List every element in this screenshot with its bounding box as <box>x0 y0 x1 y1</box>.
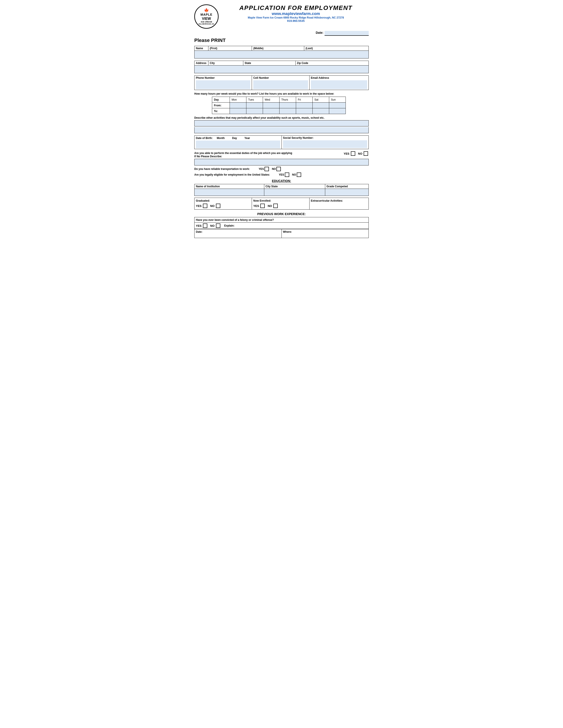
day-col-header: Day <box>212 97 230 103</box>
to-thurs-input[interactable] <box>279 108 296 114</box>
enrolled-yes-checkbox[interactable] <box>260 204 265 208</box>
dob-label: Date of Birth: <box>196 137 212 140</box>
grad-no-checkbox[interactable] <box>216 204 220 208</box>
transport-yes-checkbox[interactable] <box>264 167 269 171</box>
education-title: EDUCATION: <box>194 179 369 183</box>
enrolled-no-label: NO <box>267 204 272 208</box>
address-label: Address <box>194 61 208 66</box>
to-sat-input[interactable] <box>313 108 329 114</box>
from-thurs-input[interactable] <box>279 103 296 108</box>
felony-question: Have you ever been convicted of a felony… <box>196 218 274 221</box>
phone-input[interactable] <box>196 80 250 89</box>
legal-row: Are you legally eligible for employment … <box>194 173 369 177</box>
from-mon-input[interactable] <box>230 103 246 108</box>
logo-circle: 🍁 MAPLE VIEW ICE CREAM HILLSBOROUGH, NC <box>194 4 218 29</box>
grad-yes-checkbox[interactable] <box>203 204 207 208</box>
prev-work-title: PREVIOUS WORK EXPERIENCE: <box>194 212 369 216</box>
contact-table: Phone Number Cell Number Email Address <box>194 75 369 90</box>
to-fri-input[interactable] <box>296 108 313 114</box>
ssn-input[interactable] <box>283 140 368 148</box>
edu-grade-input[interactable] <box>325 189 369 196</box>
email-input[interactable] <box>311 80 367 89</box>
hours-question: How many hours per week would you like t… <box>194 92 369 95</box>
essential-yes-checkbox[interactable] <box>351 151 355 156</box>
felony-no-checkbox[interactable] <box>216 223 220 228</box>
please-print: Please PRINT <box>194 38 369 43</box>
phone-line: 919.960.5535 <box>223 19 369 23</box>
essential-question: Are you able to perform the essential du… <box>194 152 292 155</box>
essential-no-checkbox[interactable] <box>364 151 368 156</box>
transport-no-checkbox[interactable] <box>276 167 281 171</box>
maple-leaf-icon: 🍁 <box>204 8 209 13</box>
from-wed-input[interactable] <box>263 103 279 108</box>
thurs-header: Thurs <box>279 97 296 103</box>
cell-input[interactable] <box>253 80 308 89</box>
transport-yes-label: YES <box>258 167 264 171</box>
graduated-label: Graduated: <box>196 199 250 202</box>
grad-table: Graduated: YES NO Now Enrolled: YES NO E… <box>194 198 369 210</box>
date-input[interactable] <box>325 31 369 36</box>
header-section: 🍁 MAPLE VIEW ICE CREAM HILLSBOROUGH, NC … <box>194 4 369 29</box>
date-row: Date: <box>194 31 369 36</box>
graduated-yes-no: YES NO <box>196 204 250 208</box>
address-line: Maple View Farm Ice Cream 6900 Rocky Rid… <box>223 16 369 19</box>
essential-yes-label: YES <box>344 152 349 155</box>
dob-input[interactable] <box>196 141 280 148</box>
city-label: City <box>208 61 243 66</box>
ssn-cell: Social Security Number: <box>282 136 369 149</box>
enrolled-no-checkbox[interactable] <box>273 204 278 208</box>
transport-question: Do you have reliable transportation to w… <box>194 167 250 171</box>
felony-yes-checkbox[interactable] <box>203 223 207 228</box>
grad-no-label: NO <box>210 204 214 208</box>
essential-desc-field[interactable] <box>194 159 369 165</box>
legal-yes-label: YES <box>279 173 284 176</box>
from-fri-input[interactable] <box>296 103 313 108</box>
to-mon-input[interactable] <box>230 108 246 114</box>
logo-ice: ICE CREAM <box>201 21 212 23</box>
to-wed-input[interactable] <box>263 108 279 114</box>
edu-institution-input[interactable] <box>194 189 264 196</box>
from-tues-input[interactable] <box>246 103 263 108</box>
legal-no-label: NO <box>292 173 296 176</box>
name-input-row[interactable] <box>194 51 369 58</box>
essential-no-label: NO <box>358 152 363 155</box>
enrolled-label: Now Enrolled: <box>253 199 308 202</box>
enrolled-cell: Now Enrolled: YES NO <box>252 198 309 210</box>
felony-question-row: Have you ever been convicted of a felony… <box>194 217 369 223</box>
essential-yes-no: YES NO <box>344 151 369 156</box>
date-label: Date: <box>316 31 324 36</box>
edu-col1: Name of Institution <box>194 184 264 189</box>
from-sat-input[interactable] <box>313 103 329 108</box>
from-sun-input[interactable] <box>329 103 346 108</box>
felony-yes-label: YES <box>196 224 201 227</box>
where-cell: Where: <box>282 229 369 238</box>
mon-header: Mon <box>230 97 246 103</box>
date-cell: Date: <box>194 229 282 238</box>
address-table: Address City State Zip Code <box>194 61 369 73</box>
to-label: To: <box>212 108 230 114</box>
describe-input-2[interactable] <box>194 127 369 133</box>
describe-question: Describe other activities that may perio… <box>194 116 369 119</box>
essential-question-area: Are you able to perform the essential du… <box>194 151 339 158</box>
logo-sub: HILLSBOROUGH, NC <box>199 23 214 25</box>
legal-yes-checkbox[interactable] <box>285 173 289 177</box>
sat-header: Sat <box>313 97 329 103</box>
felony-yn-area: YES NO Explain: <box>196 223 367 228</box>
edu-city-input[interactable] <box>264 189 325 196</box>
legal-question: Are you legally eligible for employment … <box>194 173 270 176</box>
date-where-table: Date: Where: <box>194 229 369 238</box>
to-sun-input[interactable] <box>329 108 346 114</box>
address-input-row[interactable] <box>194 66 369 73</box>
felony-explain: Explain: <box>224 224 235 227</box>
edu-col2: City State <box>264 184 325 189</box>
middle-label: (Middle) <box>252 46 304 51</box>
enrolled-yes-label: YES <box>253 204 259 208</box>
edu-col3: Grade Competed <box>325 184 369 189</box>
first-label: (First) <box>208 46 252 51</box>
to-tues-input[interactable] <box>246 108 263 114</box>
legal-no-checkbox[interactable] <box>297 173 301 177</box>
describe-input-1[interactable] <box>194 120 369 126</box>
phone-label: Phone Number <box>196 76 250 79</box>
tues-header: Tues <box>246 97 263 103</box>
cell-label: Cell Number <box>253 76 308 79</box>
